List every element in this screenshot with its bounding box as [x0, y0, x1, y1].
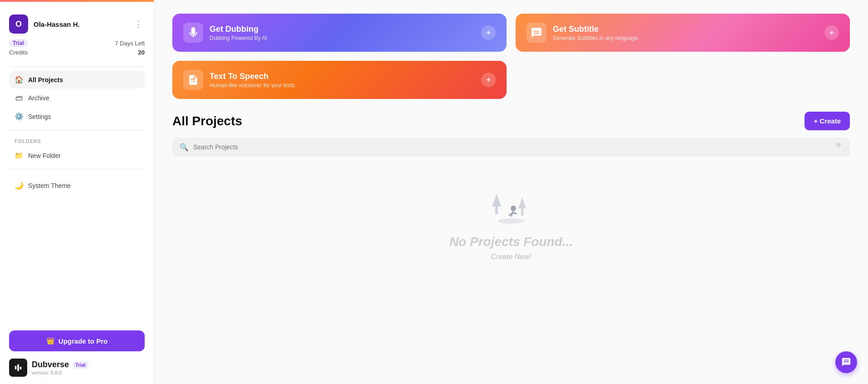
top-bar-decoration — [0, 0, 154, 2]
upgrade-label: Upgrade to Pro — [59, 337, 107, 345]
folders-label: FOLDERS — [15, 138, 145, 144]
trial-badge: Trial — [9, 39, 28, 47]
system-theme-label: System Theme — [28, 182, 71, 189]
user-name: Ola-Hassan H. — [34, 20, 80, 28]
divider-1 — [9, 67, 145, 67]
tts-icon — [183, 70, 203, 90]
projects-header: All Projects + Create — [172, 112, 850, 130]
nav-label-all-projects: All Projects — [28, 76, 63, 84]
nav-label-new-folder: New Folder — [28, 152, 61, 159]
sidebar-item-all-projects[interactable]: 🏠 All Projects — [9, 71, 145, 89]
sidebar: O Ola-Hassan H. ⋮ Trial 7 Days Left Cred… — [0, 0, 154, 384]
divider-2 — [9, 130, 145, 130]
nav-label-archive: Archive — [28, 94, 49, 102]
tts-card-left: Text To Speech Human-like voiceover for … — [183, 70, 296, 90]
user-row: O Ola-Hassan H. ⋮ — [9, 15, 145, 34]
brand-logo — [9, 359, 27, 377]
svg-marker-7 — [518, 197, 526, 208]
subtitle-card-title: Get Subtitle — [553, 25, 639, 34]
sidebar-item-new-folder[interactable]: 📁 New Folder — [9, 147, 145, 164]
tts-row: Text To Speech Human-like voiceover for … — [172, 61, 850, 99]
top-cards-grid: Get Dubbing Dubbing Powered By AI + Get … — [172, 14, 850, 52]
search-icon: 🔍 — [180, 143, 189, 152]
projects-title: All Projects — [172, 114, 242, 128]
subtitle-card-subtitle: Generate Subtitles in any language. — [553, 35, 639, 41]
svg-point-8 — [511, 206, 516, 211]
svg-point-3 — [497, 218, 525, 224]
days-left: 7 Days Left — [115, 40, 145, 47]
dubbing-card-left: Get Dubbing Dubbing Powered By AI — [183, 23, 267, 43]
home-icon: 🏠 — [15, 75, 24, 84]
svg-rect-6 — [521, 207, 523, 216]
tts-card[interactable]: Text To Speech Human-like voiceover for … — [172, 61, 507, 99]
search-input[interactable] — [193, 143, 830, 151]
main-content: Get Dubbing Dubbing Powered By AI + Get … — [154, 0, 868, 384]
tts-empty-col — [516, 61, 850, 99]
tts-card-plus[interactable]: + — [481, 73, 496, 87]
subtitle-card-left: Get Subtitle Generate Subtitles in any l… — [527, 23, 639, 43]
dubbing-icon — [183, 23, 203, 43]
dubbing-card-subtitle: Dubbing Powered By AI — [210, 35, 267, 41]
projects-section: All Projects + Create 🔍 — [172, 112, 850, 279]
tts-card-subtitle: Human-like voiceover for your texts. — [210, 82, 296, 89]
brand-trial-badge: Trial — [73, 361, 88, 369]
sidebar-item-system-theme[interactable]: 🌙 System Theme — [9, 177, 145, 194]
subtitle-card-plus[interactable]: + — [824, 25, 839, 40]
subtitle-icon — [527, 23, 546, 43]
nav-label-settings: Settings — [28, 113, 51, 120]
more-options-icon[interactable]: ⋮ — [132, 17, 145, 31]
filter-icon[interactable] — [834, 142, 843, 152]
trial-row: Trial 7 Days Left — [9, 39, 145, 47]
svg-marker-5 — [492, 194, 501, 207]
dubbing-card-text: Get Dubbing Dubbing Powered By AI — [210, 25, 267, 41]
upgrade-button[interactable]: 👑 Upgrade to Pro — [9, 330, 145, 351]
sidebar-item-settings[interactable]: ⚙️ Settings — [9, 108, 145, 125]
brand-name: Dubverse — [32, 360, 69, 369]
user-info: O Ola-Hassan H. — [9, 15, 80, 34]
tts-card-text: Text To Speech Human-like voiceover for … — [210, 72, 296, 89]
brand-version: version: 0.8.0 — [32, 370, 88, 375]
search-bar: 🔍 — [172, 138, 850, 157]
sidebar-item-archive[interactable]: 🗃 Archive — [9, 89, 145, 107]
dubbing-card[interactable]: Get Dubbing Dubbing Powered By AI + — [172, 14, 507, 52]
new-folder-icon: 📁 — [15, 151, 24, 160]
archive-icon: 🗃 — [15, 94, 24, 102]
credits-row: Credits 20 — [9, 49, 145, 56]
credits-value: 20 — [138, 49, 145, 56]
no-projects-text: No Projects Found... — [449, 235, 573, 249]
empty-illustration — [488, 189, 534, 226]
create-button[interactable]: + Create — [805, 112, 850, 130]
create-new-text: Create New! — [491, 253, 532, 261]
tts-card-title: Text To Speech — [210, 72, 296, 81]
subtitle-card[interactable]: Get Subtitle Generate Subtitles in any l… — [516, 14, 850, 52]
settings-icon: ⚙️ — [15, 112, 24, 121]
credits-label: Credits — [9, 49, 28, 56]
chat-bubble[interactable] — [835, 351, 857, 373]
subtitle-card-text: Get Subtitle Generate Subtitles in any l… — [553, 25, 639, 41]
crown-icon: 👑 — [46, 337, 55, 345]
dubbing-card-title: Get Dubbing — [210, 25, 267, 34]
moon-icon: 🌙 — [15, 181, 24, 190]
avatar: O — [9, 15, 28, 34]
divider-3 — [9, 169, 145, 169]
empty-state: No Projects Found... Create New! — [172, 171, 850, 279]
brand-info: Dubverse Trial version: 0.8.0 — [32, 360, 88, 375]
dubbing-card-plus[interactable]: + — [481, 25, 496, 40]
brand-row: Dubverse Trial version: 0.8.0 — [9, 359, 145, 377]
